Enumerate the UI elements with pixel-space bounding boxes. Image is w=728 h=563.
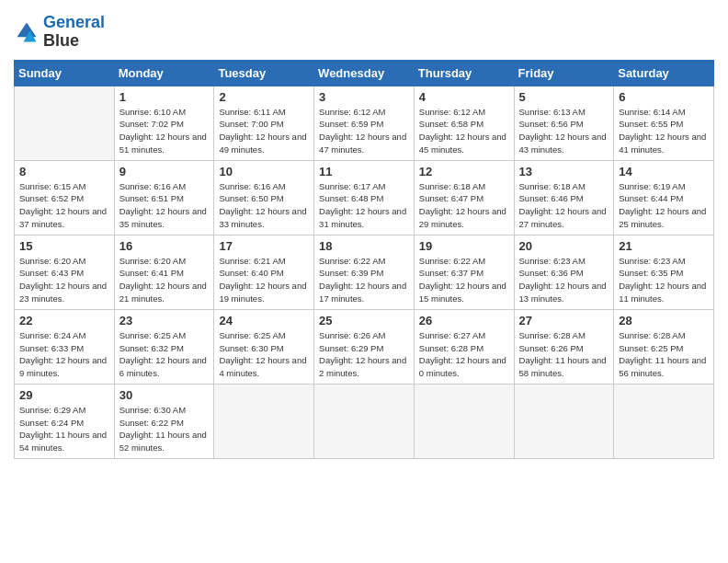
calendar-cell: 20 Sunrise: 6:23 AMSunset: 6:36 PMDaylig… (514, 235, 614, 309)
calendar-cell: 27 Sunrise: 6:28 AMSunset: 6:26 PMDaylig… (514, 309, 614, 384)
col-header-sunday: Sunday (15, 60, 115, 86)
day-number: 12 (419, 165, 510, 178)
day-info: Sunrise: 6:20 AMSunset: 6:41 PMDaylight:… (119, 255, 210, 305)
day-info: Sunrise: 6:12 AMSunset: 6:59 PMDaylight:… (319, 106, 410, 156)
day-number: 2 (219, 90, 310, 104)
day-info: Sunrise: 6:24 AMSunset: 6:33 PMDaylight:… (19, 329, 110, 380)
calendar-cell: 13 Sunrise: 6:18 AMSunset: 6:46 PMDaylig… (514, 160, 614, 235)
col-header-saturday: Saturday (614, 60, 714, 86)
day-info: Sunrise: 6:12 AMSunset: 6:58 PMDaylight:… (419, 106, 510, 156)
calendar-cell (214, 384, 314, 458)
calendar-cell: 29 Sunrise: 6:29 AMSunset: 6:24 PMDaylig… (15, 384, 115, 458)
day-number: 22 (19, 314, 110, 327)
day-info: Sunrise: 6:23 AMSunset: 6:36 PMDaylight:… (519, 255, 610, 305)
day-info: Sunrise: 6:28 AMSunset: 6:25 PMDaylight:… (619, 329, 710, 380)
day-number: 16 (119, 239, 210, 253)
day-number: 17 (219, 239, 310, 253)
day-info: Sunrise: 6:26 AMSunset: 6:29 PMDaylight:… (319, 329, 410, 380)
calendar-cell: 12 Sunrise: 6:18 AMSunset: 6:47 PMDaylig… (414, 160, 514, 235)
day-info: Sunrise: 6:14 AMSunset: 6:55 PMDaylight:… (619, 106, 710, 156)
day-number: 9 (119, 165, 210, 178)
calendar-cell: 3 Sunrise: 6:12 AMSunset: 6:59 PMDayligh… (314, 86, 415, 160)
calendar-cell: 4 Sunrise: 6:12 AMSunset: 6:58 PMDayligh… (414, 86, 514, 160)
day-number: 28 (619, 314, 710, 327)
svg-marker-0 (17, 22, 37, 37)
day-info: Sunrise: 6:10 AMSunset: 7:02 PMDaylight:… (119, 106, 210, 156)
day-info: Sunrise: 6:30 AMSunset: 6:22 PMDaylight:… (119, 404, 210, 454)
calendar-cell: 15 Sunrise: 6:20 AMSunset: 6:43 PMDaylig… (15, 235, 115, 309)
week-row-4: 29 Sunrise: 6:29 AMSunset: 6:24 PMDaylig… (15, 384, 714, 458)
week-row-2: 15 Sunrise: 6:20 AMSunset: 6:43 PMDaylig… (15, 235, 714, 309)
day-number: 1 (119, 90, 210, 104)
header-row: SundayMondayTuesdayWednesdayThursdayFrid… (15, 60, 714, 86)
calendar-cell (15, 86, 115, 160)
calendar-cell: 17 Sunrise: 6:21 AMSunset: 6:40 PMDaylig… (214, 235, 314, 309)
calendar-cell: 8 Sunrise: 6:15 AMSunset: 6:52 PMDayligh… (15, 160, 115, 235)
col-header-wednesday: Wednesday (314, 60, 415, 86)
day-info: Sunrise: 6:29 AMSunset: 6:24 PMDaylight:… (19, 404, 110, 454)
day-info: Sunrise: 6:21 AMSunset: 6:40 PMDaylight:… (219, 255, 310, 305)
day-info: Sunrise: 6:27 AMSunset: 6:28 PMDaylight:… (419, 329, 510, 380)
calendar-cell: 26 Sunrise: 6:27 AMSunset: 6:28 PMDaylig… (414, 309, 514, 384)
day-info: Sunrise: 6:20 AMSunset: 6:43 PMDaylight:… (19, 255, 110, 305)
day-number: 25 (319, 314, 410, 327)
calendar-cell: 24 Sunrise: 6:25 AMSunset: 6:30 PMDaylig… (214, 309, 314, 384)
calendar-cell: 28 Sunrise: 6:28 AMSunset: 6:25 PMDaylig… (614, 309, 714, 384)
day-info: Sunrise: 6:25 AMSunset: 6:30 PMDaylight:… (219, 329, 310, 380)
day-number: 8 (19, 165, 110, 178)
calendar-cell (314, 384, 415, 458)
calendar-cell: 2 Sunrise: 6:11 AMSunset: 7:00 PMDayligh… (214, 86, 314, 160)
calendar-cell: 23 Sunrise: 6:25 AMSunset: 6:32 PMDaylig… (114, 309, 214, 384)
calendar-cell: 6 Sunrise: 6:14 AMSunset: 6:55 PMDayligh… (614, 86, 714, 160)
day-number: 27 (519, 314, 610, 327)
calendar-cell: 14 Sunrise: 6:19 AMSunset: 6:44 PMDaylig… (614, 160, 714, 235)
day-info: Sunrise: 6:22 AMSunset: 6:37 PMDaylight:… (419, 255, 510, 305)
calendar-cell (414, 384, 514, 458)
day-number: 18 (319, 239, 410, 253)
calendar-cell: 5 Sunrise: 6:13 AMSunset: 6:56 PMDayligh… (514, 86, 614, 160)
logo-text: GeneralBlue (43, 14, 105, 51)
day-number: 3 (319, 90, 410, 104)
calendar-cell (614, 384, 714, 458)
week-row-0: 1 Sunrise: 6:10 AMSunset: 7:02 PMDayligh… (15, 86, 714, 160)
page-container: GeneralBlue SundayMondayTuesdayWednesday… (0, 0, 728, 468)
calendar-cell: 18 Sunrise: 6:22 AMSunset: 6:39 PMDaylig… (314, 235, 415, 309)
day-info: Sunrise: 6:22 AMSunset: 6:39 PMDaylight:… (319, 255, 410, 305)
day-info: Sunrise: 6:18 AMSunset: 6:47 PMDaylight:… (419, 180, 510, 231)
day-number: 29 (19, 388, 110, 402)
week-row-3: 22 Sunrise: 6:24 AMSunset: 6:33 PMDaylig… (15, 309, 714, 384)
day-info: Sunrise: 6:23 AMSunset: 6:35 PMDaylight:… (619, 255, 710, 305)
day-number: 14 (619, 165, 710, 178)
calendar-cell (514, 384, 614, 458)
calendar-cell: 25 Sunrise: 6:26 AMSunset: 6:29 PMDaylig… (314, 309, 415, 384)
calendar-cell: 11 Sunrise: 6:17 AMSunset: 6:48 PMDaylig… (314, 160, 415, 235)
day-number: 30 (119, 388, 210, 402)
day-number: 10 (219, 165, 310, 178)
calendar-cell: 21 Sunrise: 6:23 AMSunset: 6:35 PMDaylig… (614, 235, 714, 309)
day-info: Sunrise: 6:11 AMSunset: 7:00 PMDaylight:… (219, 106, 310, 156)
day-number: 13 (519, 165, 610, 178)
day-number: 11 (319, 165, 410, 178)
calendar-table: SundayMondayTuesdayWednesdayThursdayFrid… (14, 60, 714, 459)
day-info: Sunrise: 6:18 AMSunset: 6:46 PMDaylight:… (519, 180, 610, 231)
calendar-cell: 30 Sunrise: 6:30 AMSunset: 6:22 PMDaylig… (114, 384, 214, 458)
calendar-cell: 19 Sunrise: 6:22 AMSunset: 6:37 PMDaylig… (414, 235, 514, 309)
day-number: 26 (419, 314, 510, 327)
logo: GeneralBlue (14, 14, 105, 51)
day-info: Sunrise: 6:25 AMSunset: 6:32 PMDaylight:… (119, 329, 210, 380)
day-info: Sunrise: 6:13 AMSunset: 6:56 PMDaylight:… (519, 106, 610, 156)
col-header-thursday: Thursday (414, 60, 514, 86)
col-header-friday: Friday (514, 60, 614, 86)
calendar-cell: 22 Sunrise: 6:24 AMSunset: 6:33 PMDaylig… (15, 309, 115, 384)
day-info: Sunrise: 6:16 AMSunset: 6:50 PMDaylight:… (219, 180, 310, 231)
calendar-cell: 1 Sunrise: 6:10 AMSunset: 7:02 PMDayligh… (114, 86, 214, 160)
day-number: 5 (519, 90, 610, 104)
day-number: 15 (19, 239, 110, 253)
col-header-monday: Monday (114, 60, 214, 86)
calendar-cell: 10 Sunrise: 6:16 AMSunset: 6:50 PMDaylig… (214, 160, 314, 235)
day-info: Sunrise: 6:28 AMSunset: 6:26 PMDaylight:… (519, 329, 610, 380)
day-number: 20 (519, 239, 610, 253)
day-number: 23 (119, 314, 210, 327)
day-info: Sunrise: 6:17 AMSunset: 6:48 PMDaylight:… (319, 180, 410, 231)
header: GeneralBlue (14, 14, 714, 51)
